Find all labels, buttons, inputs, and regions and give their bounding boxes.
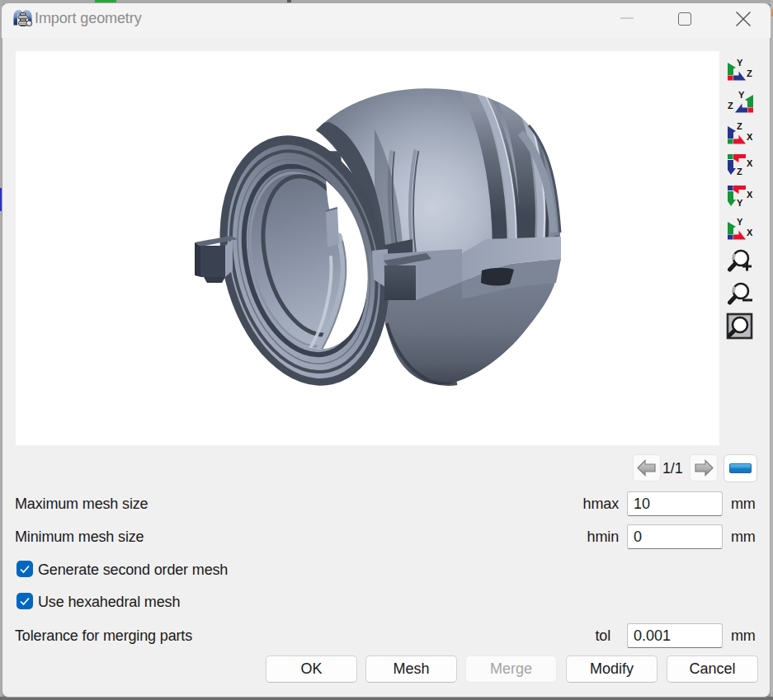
svg-text:X: X <box>747 190 753 200</box>
svg-text:Z: Z <box>737 167 742 176</box>
svg-text:Y: Y <box>737 217 743 227</box>
svg-text:X: X <box>747 132 753 142</box>
svg-text:Z: Z <box>747 68 752 78</box>
svg-text:Z: Z <box>728 101 733 110</box>
svg-text:Y: Y <box>737 58 743 68</box>
svg-text:Y: Y <box>738 90 745 100</box>
svg-text:Z: Z <box>737 121 742 131</box>
svg-text:X: X <box>747 228 753 237</box>
svg-text:X: X <box>747 158 753 168</box>
svg-text:Y: Y <box>737 198 743 208</box>
